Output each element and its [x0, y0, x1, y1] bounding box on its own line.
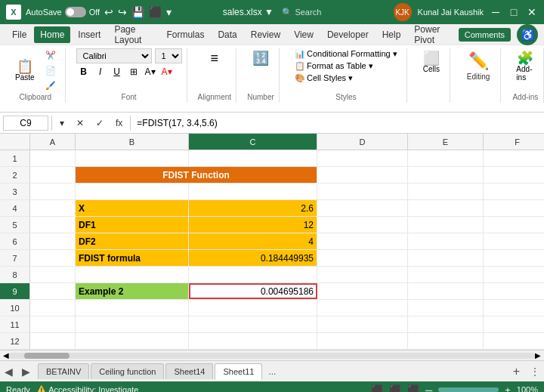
cell-a3[interactable]	[30, 184, 76, 199]
sheet-tab-betainv[interactable]: BETAINV	[38, 363, 89, 379]
zoom-in-icon[interactable]: +	[505, 384, 511, 393]
view-page-icon[interactable]: ⬛	[407, 384, 419, 393]
cell-e1[interactable]	[408, 150, 484, 166]
tab-nav-next[interactable]: ▶	[17, 364, 35, 379]
cell-e6[interactable]	[408, 233, 484, 249]
paste-button[interactable]: 📋 Paste	[11, 57, 39, 85]
sheet-tab-sheet11[interactable]: Sheet11	[215, 363, 262, 380]
col-header-d[interactable]: D	[317, 134, 408, 150]
col-header-c[interactable]: C	[189, 134, 317, 150]
cell-a6[interactable]	[30, 233, 76, 249]
cell-styles-button[interactable]: 🎨 Cell Styles ▾	[290, 73, 402, 84]
undo2-icon[interactable]: ⬛	[149, 6, 162, 18]
cell-f11[interactable]	[484, 316, 544, 332]
undo-icon[interactable]: ↩	[104, 6, 113, 18]
alignment-button[interactable]: ≡	[201, 48, 228, 68]
font-family-select[interactable]: Calibri	[76, 48, 152, 63]
tab-options-button[interactable]: ⋮	[526, 365, 544, 378]
cell-c9[interactable]: 0.004695186	[189, 283, 317, 299]
formula-expand-button[interactable]: ▾	[55, 116, 69, 130]
menu-power-pivot[interactable]: Power Pivot	[408, 21, 456, 48]
minimize-btn[interactable]: ─	[490, 6, 502, 18]
cell-a8[interactable]	[30, 267, 76, 282]
menu-page-layout[interactable]: Page Layout	[108, 21, 159, 48]
col-header-f[interactable]: F	[484, 134, 544, 150]
menu-data[interactable]: Data	[212, 26, 243, 43]
cell-b8[interactable]	[76, 267, 189, 282]
cell-a1[interactable]	[30, 150, 76, 166]
cell-e10[interactable]	[408, 300, 484, 316]
user-avatar[interactable]: KJK	[394, 3, 412, 21]
menu-view[interactable]: View	[288, 26, 320, 43]
cell-e2[interactable]	[408, 167, 484, 183]
cell-c8[interactable]	[189, 267, 317, 282]
menu-developer[interactable]: Developer	[321, 26, 375, 43]
cell-b7[interactable]: FDIST formula	[76, 250, 189, 266]
sheet-tab-ceiling[interactable]: Ceiling function	[91, 363, 164, 379]
cell-a2[interactable]	[30, 167, 76, 183]
cell-b9[interactable]: Example 2	[76, 283, 189, 299]
menu-formulas[interactable]: Formulas	[160, 26, 210, 43]
cancel-formula-button[interactable]: ✕	[72, 116, 88, 130]
accessibility-icon[interactable]: ♿	[517, 24, 538, 45]
menu-review[interactable]: Review	[245, 26, 286, 43]
cell-c1[interactable]	[189, 150, 317, 166]
cell-f3[interactable]	[484, 184, 544, 199]
editing-section[interactable]: ✏️ Editing	[461, 48, 496, 84]
close-btn[interactable]: ✕	[526, 6, 538, 18]
cell-c6[interactable]: 4	[189, 233, 317, 249]
cell-c4[interactable]: 2.6	[189, 200, 317, 216]
sheet-tab-sheet14[interactable]: Sheet14	[165, 363, 213, 379]
addins-button[interactable]: 🧩 Add-ins	[512, 48, 539, 85]
cell-f5[interactable]	[484, 217, 544, 233]
cut-button[interactable]: ✂️	[41, 49, 60, 62]
save-icon[interactable]: 💾	[131, 6, 144, 18]
cell-b4[interactable]: X	[76, 200, 189, 216]
cell-f10[interactable]	[484, 300, 544, 316]
cell-c3[interactable]	[189, 184, 317, 199]
cell-d8[interactable]	[317, 267, 408, 282]
tab-add-button[interactable]: +	[507, 363, 526, 380]
italic-button[interactable]: I	[93, 65, 108, 79]
font-color-button[interactable]: A▾	[159, 65, 175, 79]
cell-a10[interactable]	[30, 300, 76, 316]
cell-d11[interactable]	[317, 316, 408, 332]
cell-f12[interactable]	[484, 333, 544, 349]
tab-more-button[interactable]: ...	[264, 365, 280, 378]
scroll-left-icon[interactable]: ◀	[3, 351, 9, 360]
cell-f8[interactable]	[484, 267, 544, 282]
cell-d2[interactable]	[317, 167, 408, 183]
cell-d10[interactable]	[317, 300, 408, 316]
cell-c12[interactable]	[189, 333, 317, 349]
cell-b1[interactable]	[76, 150, 189, 166]
redo-icon[interactable]: ↪	[118, 6, 127, 18]
maximize-btn[interactable]: □	[508, 6, 520, 18]
menu-help[interactable]: Help	[376, 26, 407, 43]
cell-c10[interactable]	[189, 300, 317, 316]
underline-button[interactable]: U	[110, 65, 125, 79]
cell-c7[interactable]: 0.184449935	[189, 250, 317, 266]
cell-a9[interactable]	[30, 283, 76, 299]
cell-d3[interactable]	[317, 184, 408, 199]
search-box[interactable]: 🔍 Search	[282, 8, 321, 17]
cell-d1[interactable]	[317, 150, 408, 166]
cell-reference[interactable]: C9	[3, 116, 48, 131]
cell-c5[interactable]: 12	[189, 217, 317, 233]
cell-a12[interactable]	[30, 333, 76, 349]
menu-insert[interactable]: Insert	[72, 26, 107, 43]
cell-b11[interactable]	[76, 316, 189, 332]
view-normal-icon[interactable]: ⬛	[371, 384, 383, 393]
scroll-track[interactable]	[9, 353, 535, 359]
cell-e8[interactable]	[408, 267, 484, 282]
number-button[interactable]: 🔢	[247, 48, 274, 68]
scroll-right-icon[interactable]: ▶	[535, 351, 541, 360]
cell-f6[interactable]	[484, 233, 544, 249]
cell-b10[interactable]	[76, 300, 189, 316]
zoom-out-icon[interactable]: ─	[425, 384, 432, 393]
cell-e5[interactable]	[408, 217, 484, 233]
cell-b5[interactable]: DF1	[76, 217, 189, 233]
col-header-a[interactable]: A	[30, 134, 76, 150]
copy-button[interactable]: 📄	[41, 64, 60, 77]
cell-e11[interactable]	[408, 316, 484, 332]
cell-e3[interactable]	[408, 184, 484, 199]
